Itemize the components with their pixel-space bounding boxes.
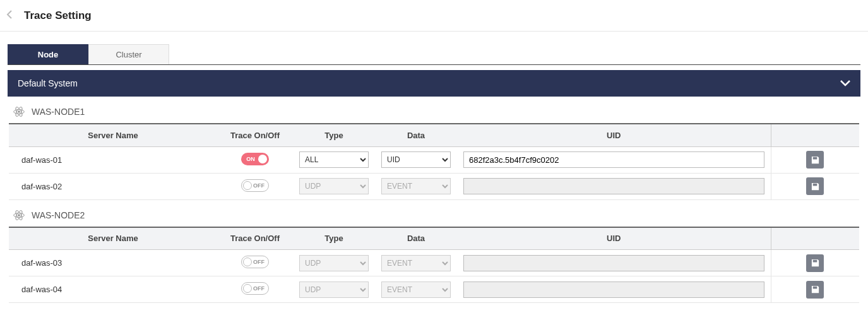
col-data: Data — [375, 227, 457, 250]
type-select[interactable]: ALLUDP — [299, 151, 369, 168]
node-group: WAS-NODE2 Server Name Trace On/Off Type … — [8, 209, 860, 304]
section-collapse-toggle[interactable] — [840, 79, 850, 88]
save-button[interactable] — [806, 177, 824, 195]
tab-bar: Node Cluster — [8, 44, 860, 65]
toggle-knob — [243, 181, 252, 190]
server-name-cell: daf-was-03 — [9, 250, 217, 276]
nodes-container: WAS-NODE1 Server Name Trace On/Off Type … — [8, 105, 860, 303]
server-name-cell: daf-was-04 — [9, 276, 217, 303]
data-select[interactable]: UIDEVENT — [381, 281, 451, 298]
node-title: WAS-NODE2 — [13, 209, 859, 222]
col-action — [771, 124, 859, 146]
save-icon — [811, 258, 820, 268]
table-row: daf-was-02OFFALLUDPUIDEVENT — [9, 173, 859, 199]
col-trace-onoff: Trace On/Off — [217, 124, 293, 146]
node-name: WAS-NODE1 — [32, 107, 85, 117]
section-title: Default System — [18, 78, 78, 88]
save-icon — [811, 285, 820, 294]
atom-icon — [13, 105, 25, 118]
server-name-cell: daf-was-01 — [9, 146, 217, 173]
back-button[interactable] — [0, 10, 19, 21]
toggle-knob — [243, 284, 252, 293]
trace-toggle[interactable]: OFF — [241, 179, 269, 192]
table-row: daf-was-04OFFALLUDPUIDEVENT — [9, 276, 859, 303]
save-button[interactable] — [806, 151, 824, 169]
uid-input[interactable] — [463, 281, 764, 298]
uid-input[interactable] — [463, 178, 764, 194]
tab-node[interactable]: Node — [8, 44, 88, 64]
table-row: daf-was-03OFFALLUDPUIDEVENT — [9, 250, 859, 276]
section-header[interactable]: Default System — [8, 70, 860, 97]
col-uid: UID — [457, 124, 771, 146]
server-table: Server Name Trace On/Off Type Data UID d… — [9, 227, 859, 304]
save-icon — [811, 182, 820, 191]
type-select[interactable]: ALLUDP — [299, 255, 369, 271]
node-group: WAS-NODE1 Server Name Trace On/Off Type … — [8, 105, 860, 200]
col-uid: UID — [457, 227, 771, 250]
tab-cluster[interactable]: Cluster — [88, 44, 169, 64]
uid-input[interactable] — [463, 151, 764, 168]
save-button[interactable] — [806, 281, 824, 299]
atom-icon — [13, 209, 25, 222]
type-select[interactable]: ALLUDP — [299, 281, 369, 298]
col-action — [771, 227, 859, 250]
col-trace-onoff: Trace On/Off — [217, 227, 293, 250]
chevron-down-icon — [840, 80, 850, 86]
page-header: Trace Setting — [0, 0, 868, 32]
toggle-knob — [243, 258, 252, 266]
col-server-name: Server Name — [9, 227, 217, 250]
trace-toggle[interactable]: OFF — [241, 282, 269, 295]
save-icon — [811, 155, 820, 165]
uid-input[interactable] — [463, 255, 764, 271]
page-title: Trace Setting — [24, 9, 92, 22]
col-type: Type — [293, 124, 375, 146]
col-data: Data — [375, 124, 457, 146]
chevron-left-icon — [6, 10, 13, 19]
table-row: daf-was-01ONALLUDPUIDEVENT — [9, 146, 859, 173]
trace-toggle[interactable]: ON — [241, 153, 269, 165]
save-button[interactable] — [806, 254, 824, 272]
col-type: Type — [293, 227, 375, 250]
data-select[interactable]: UIDEVENT — [381, 178, 451, 194]
trace-toggle[interactable]: OFF — [241, 256, 269, 268]
col-server-name: Server Name — [9, 124, 217, 146]
node-name: WAS-NODE2 — [32, 210, 85, 220]
data-select[interactable]: UIDEVENT — [381, 255, 451, 271]
type-select[interactable]: ALLUDP — [299, 178, 369, 194]
data-select[interactable]: UIDEVENT — [381, 151, 451, 168]
server-name-cell: daf-was-02 — [9, 173, 217, 199]
server-table: Server Name Trace On/Off Type Data UID d… — [9, 123, 859, 200]
node-title: WAS-NODE1 — [13, 105, 859, 118]
toggle-knob — [258, 155, 267, 163]
